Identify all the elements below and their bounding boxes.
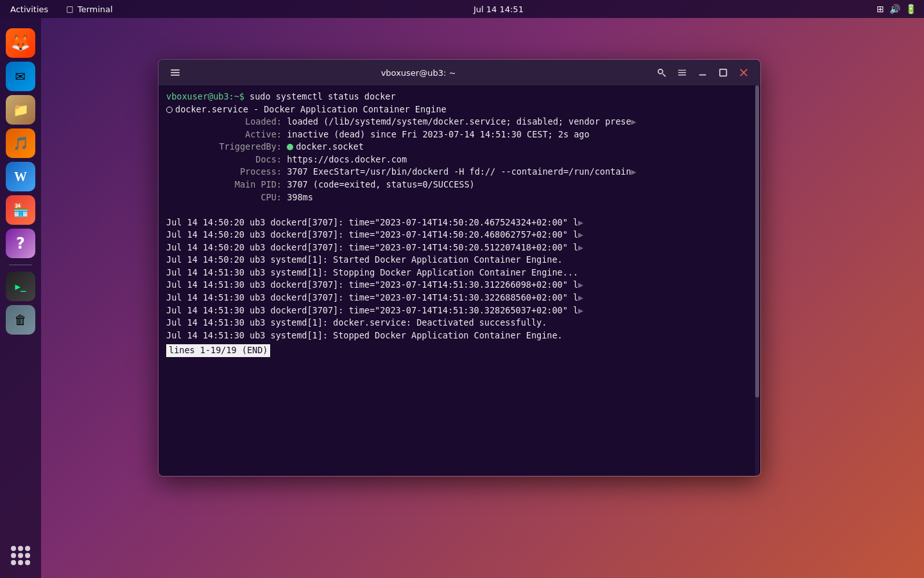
- terminal-window: vboxuser@ub3: ~: [158, 59, 761, 477]
- topbar-app: □ Terminal: [58, 0, 120, 18]
- status-bar-line: lines 1-19/19 (END): [166, 343, 753, 357]
- svg-rect-0: [171, 69, 180, 71]
- log-line-7: Jul 14 14:51:30 ub3 dockerd[3707]: time=…: [166, 292, 753, 304]
- titlebar-minimize-button[interactable]: [694, 64, 712, 82]
- log-line-8: Jul 14 14:51:30 ub3 dockerd[3707]: time=…: [166, 304, 753, 317]
- topbar-app-label: Terminal: [78, 4, 113, 14]
- terminal-topbar-icon: □: [66, 4, 73, 13]
- prompt: vboxuser@ub3:~$: [166, 91, 244, 101]
- command-text: sudo systemctl status docker: [244, 91, 396, 101]
- terminal-scrollbar-thumb[interactable]: [755, 85, 759, 398]
- dock-icon-files[interactable]: 📁: [6, 95, 35, 125]
- titlebar-maximize-button[interactable]: [714, 64, 732, 82]
- dock-icon-trash[interactable]: 🗑: [6, 305, 35, 335]
- triggeredby-line: TriggeredBy: docker.socket: [166, 141, 753, 153]
- titlebar-menu-button[interactable]: [673, 64, 691, 82]
- log-line-4: Jul 14 14:50:20 ub3 systemd[1]: Started …: [166, 254, 753, 267]
- log-line-5: Jul 14 14:51:30 ub3 systemd[1]: Stopping…: [166, 267, 753, 279]
- svg-rect-9: [720, 69, 727, 76]
- terminal-scrollbar[interactable]: [755, 85, 759, 476]
- blank-line: [166, 204, 753, 216]
- service-header-line: docker.service - Docker Application Cont…: [166, 103, 753, 116]
- volume-icon[interactable]: 🔊: [889, 4, 900, 14]
- titlebar-close-button[interactable]: [735, 64, 753, 82]
- log-line-9: Jul 14 14:51:30 ub3 systemd[1]: docker.s…: [166, 317, 753, 329]
- cpu-line: CPU: 398ms: [166, 191, 753, 204]
- dock-icon-writer[interactable]: W: [6, 162, 35, 191]
- battery-icon[interactable]: 🔋: [905, 4, 916, 14]
- svg-rect-6: [678, 72, 686, 73]
- docs-value: https://docs.docker.com: [287, 154, 407, 164]
- terminal-dock-icon: ▶_: [15, 281, 26, 292]
- svg-rect-2: [171, 74, 180, 76]
- firefox-icon: 🦊: [11, 34, 30, 52]
- dock-separator: [9, 265, 32, 265]
- process-line: Process: 3707 ExecStart=/usr/bin/dockerd…: [166, 166, 753, 179]
- dock-icon-appstore[interactable]: 🏪: [6, 195, 35, 225]
- titlebar-controls: [653, 64, 753, 82]
- log-line-1: Jul 14 14:50:20 ub3 dockerd[3707]: time=…: [166, 216, 753, 229]
- terminal-body[interactable]: vboxuser@ub3:~$ sudo systemctl status do…: [158, 85, 760, 476]
- loaded-value: loaded (/lib/systemd/system/docker.servi…: [287, 116, 631, 127]
- command-line: vboxuser@ub3:~$ sudo systemctl status do…: [166, 91, 753, 103]
- terminal-title: vboxuser@ub3: ~: [189, 68, 647, 78]
- files-icon: 📁: [13, 102, 29, 118]
- appstore-icon: 🏪: [13, 202, 29, 218]
- titlebar-search-button[interactable]: [653, 64, 671, 82]
- network-icon[interactable]: ⊞: [877, 4, 884, 14]
- rhythmbox-icon: 🎵: [13, 136, 29, 151]
- svg-rect-5: [678, 70, 686, 71]
- log-line-2: Jul 14 14:50:20 ub3 dockerd[3707]: time=…: [166, 229, 753, 241]
- log-line-10: Jul 14 14:51:30 ub3 systemd[1]: Stopped …: [166, 329, 753, 342]
- svg-rect-1: [171, 72, 180, 73]
- svg-point-3: [658, 69, 663, 74]
- dock-icon-rhythmbox[interactable]: 🎵: [6, 128, 35, 158]
- svg-rect-7: [678, 74, 686, 75]
- dock-icon-help[interactable]: ?: [6, 229, 35, 258]
- service-name: docker.service - Docker Application Cont…: [175, 104, 447, 114]
- dock-apps-grid-button[interactable]: [6, 541, 35, 570]
- mainpid-line: Main PID: 3707 (code=exited, status=0/SU…: [166, 179, 753, 191]
- active-line: Active: inactive (dead) since Fri 2023-0…: [166, 128, 753, 141]
- writer-icon: W: [14, 170, 27, 184]
- dock-icon-firefox[interactable]: 🦊: [6, 28, 35, 58]
- dock-icon-thunderbird[interactable]: ✉: [6, 62, 35, 91]
- titlebar-menu-icon[interactable]: [166, 64, 184, 82]
- service-status-dot: [166, 107, 173, 113]
- log-line-6: Jul 14 14:51:30 ub3 dockerd[3707]: time=…: [166, 279, 753, 292]
- trash-icon: 🗑: [14, 312, 27, 328]
- apps-grid-icon: [11, 546, 30, 565]
- triggered-value: docker.socket: [296, 141, 364, 152]
- mainpid-value: 3707 (code=exited, status=0/SUCCESS): [287, 179, 475, 189]
- help-icon: ?: [16, 234, 25, 252]
- topbar: Activities □ Terminal Jul 14 14:51 ⊞ 🔊 🔋: [0, 0, 924, 18]
- thunderbird-icon: ✉: [15, 69, 26, 84]
- process-value: 3707 ExecStart=/usr/bin/dockerd -H fd://…: [287, 166, 631, 177]
- pager-status: lines 1-19/19 (END): [166, 344, 270, 357]
- loaded-line: Loaded: loaded (/lib/systemd/system/dock…: [166, 116, 753, 128]
- topbar-right-icons: ⊞ 🔊 🔋: [877, 4, 924, 14]
- triggered-dot: [287, 144, 293, 150]
- log-line-3: Jul 14 14:50:20 ub3 dockerd[3707]: time=…: [166, 241, 753, 254]
- activities-button[interactable]: Activities: [0, 0, 58, 18]
- active-value: inactive (dead) since Fri 2023-07-14 14:…: [287, 129, 589, 139]
- dock-icon-terminal[interactable]: ▶_: [6, 272, 35, 301]
- terminal-titlebar: vboxuser@ub3: ~: [158, 60, 760, 85]
- svg-line-4: [663, 74, 665, 76]
- cpu-value: 398ms: [287, 192, 313, 202]
- topbar-datetime: Jul 14 14:51: [121, 4, 877, 14]
- dock: 🦊 ✉ 📁 🎵 W 🏪 ? ▶_ 🗑: [0, 18, 41, 578]
- docs-line: Docs: https://docs.docker.com: [166, 153, 753, 166]
